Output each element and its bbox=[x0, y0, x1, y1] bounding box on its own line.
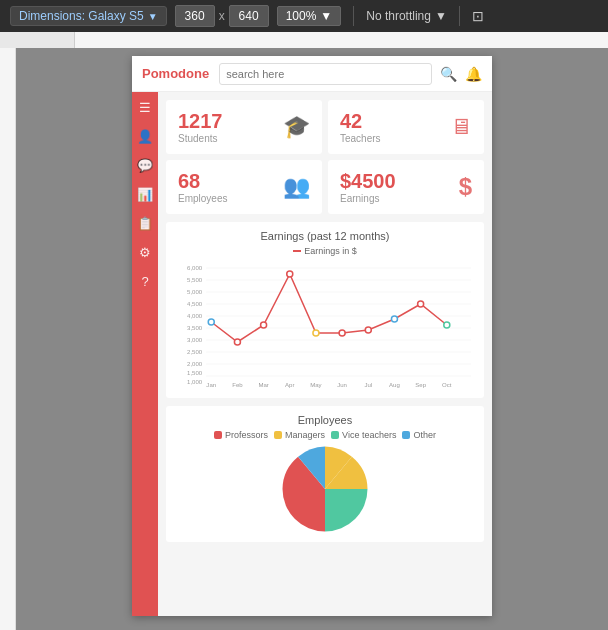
earnings-chart-svg: 6,000 5,500 5,000 4,500 4,000 3,500 3,00… bbox=[174, 260, 476, 390]
sidebar-icon-menu[interactable]: ☰ bbox=[139, 100, 151, 115]
legend-professors: Professors bbox=[214, 430, 268, 440]
dot-vice-teachers bbox=[331, 431, 339, 439]
svg-text:6,000: 6,000 bbox=[187, 265, 203, 271]
stat-info-earnings: $4500 Earnings bbox=[340, 170, 396, 204]
app-frame: Pomodone 🔍 🔔 ☰ 👤 💬 📊 📋 ⚙ ? bbox=[132, 56, 492, 616]
app-content: 1217 Students 🎓 42 Teachers 🖥 bbox=[158, 92, 492, 616]
pie-chart-svg bbox=[235, 444, 415, 534]
svg-text:4,500: 4,500 bbox=[187, 301, 203, 307]
earnings-chart-section: Earnings (past 12 months) Earnings in $ … bbox=[166, 222, 484, 398]
svg-text:Oct: Oct bbox=[442, 382, 452, 388]
horizontal-ruler bbox=[75, 32, 608, 48]
ruler-corner bbox=[0, 32, 75, 48]
legend-vice-teachers: Vice teachers bbox=[331, 430, 396, 440]
stat-info-students: 1217 Students bbox=[178, 110, 223, 144]
svg-text:Feb: Feb bbox=[232, 382, 243, 388]
employees-label: Employees bbox=[178, 193, 227, 204]
svg-text:5,000: 5,000 bbox=[187, 289, 203, 295]
app-logo: Pomodone bbox=[142, 66, 209, 81]
header-icons: 🔍 🔔 bbox=[440, 66, 482, 82]
svg-text:1,000: 1,000 bbox=[187, 379, 203, 385]
svg-text:Jul: Jul bbox=[364, 382, 372, 388]
separator-1 bbox=[353, 6, 354, 26]
width-input[interactable] bbox=[175, 5, 215, 27]
sidebar-icon-user[interactable]: 👤 bbox=[137, 129, 153, 144]
main-area: Pomodone 🔍 🔔 ☰ 👤 💬 📊 📋 ⚙ ? bbox=[0, 48, 608, 630]
svg-text:2,500: 2,500 bbox=[187, 349, 203, 355]
sidebar-icon-chart[interactable]: 📊 bbox=[137, 187, 153, 202]
students-value: 1217 bbox=[178, 110, 223, 133]
sidebar: ☰ 👤 💬 📊 📋 ⚙ ? bbox=[132, 92, 158, 616]
stat-card-employees: 68 Employees 👥 bbox=[166, 160, 322, 214]
svg-point-33 bbox=[261, 322, 267, 328]
svg-text:5,500: 5,500 bbox=[187, 277, 203, 283]
svg-point-36 bbox=[339, 330, 345, 336]
svg-point-34 bbox=[287, 271, 293, 277]
legend-other: Other bbox=[402, 430, 436, 440]
label-vice-teachers: Vice teachers bbox=[342, 430, 396, 440]
search-icon[interactable]: 🔍 bbox=[440, 66, 457, 82]
zoom-arrow-icon: ▼ bbox=[320, 9, 332, 23]
height-input[interactable] bbox=[229, 5, 269, 27]
dot-professors bbox=[214, 431, 222, 439]
throttle-selector[interactable]: No throttling ▼ bbox=[366, 9, 447, 23]
legend-managers: Managers bbox=[274, 430, 325, 440]
stat-info-employees: 68 Employees bbox=[178, 170, 227, 204]
svg-text:May: May bbox=[310, 382, 321, 388]
svg-text:Jun: Jun bbox=[337, 382, 347, 388]
earnings-chart-container: 6,000 5,500 5,000 4,500 4,000 3,500 3,00… bbox=[174, 260, 476, 390]
earnings-value: $4500 bbox=[340, 170, 396, 193]
employees-chart-title: Employees bbox=[174, 414, 476, 426]
teachers-label: Teachers bbox=[340, 133, 381, 144]
device-label: Dimensions: Galaxy S5 bbox=[19, 9, 144, 23]
notification-icon[interactable]: 🔔 bbox=[465, 66, 482, 82]
canvas-area: Pomodone 🔍 🔔 ☰ 👤 💬 📊 📋 ⚙ ? bbox=[16, 48, 608, 630]
employees-chart-section: Employees Professors Managers bbox=[166, 406, 484, 542]
students-icon: 🎓 bbox=[283, 114, 310, 140]
dot-managers bbox=[274, 431, 282, 439]
svg-text:3,500: 3,500 bbox=[187, 325, 203, 331]
svg-text:4,000: 4,000 bbox=[187, 313, 203, 319]
stat-card-earnings: $4500 Earnings $ bbox=[328, 160, 484, 214]
svg-point-39 bbox=[418, 301, 424, 307]
pie-chart-container bbox=[174, 444, 476, 534]
throttle-label: No throttling bbox=[366, 9, 431, 23]
legend-label-earnings: Earnings in $ bbox=[304, 246, 357, 256]
svg-point-35 bbox=[313, 330, 319, 336]
teachers-value: 42 bbox=[340, 110, 381, 133]
earnings-icon: $ bbox=[459, 173, 472, 201]
sidebar-icon-list[interactable]: 📋 bbox=[137, 216, 153, 231]
legend-dot-earnings bbox=[293, 250, 301, 252]
earnings-chart-legend: Earnings in $ bbox=[174, 246, 476, 256]
app-body: ☰ 👤 💬 📊 📋 ⚙ ? 1217 bbox=[132, 92, 492, 616]
legend-item-earnings: Earnings in $ bbox=[293, 246, 357, 256]
svg-text:Sep: Sep bbox=[415, 382, 426, 388]
svg-text:Mar: Mar bbox=[258, 382, 268, 388]
svg-point-32 bbox=[234, 339, 240, 345]
device-arrow-icon: ▼ bbox=[148, 11, 158, 22]
stats-grid: 1217 Students 🎓 42 Teachers 🖥 bbox=[166, 100, 484, 214]
dot-other bbox=[402, 431, 410, 439]
sidebar-icon-help[interactable]: ? bbox=[141, 274, 148, 289]
svg-text:3,000: 3,000 bbox=[187, 337, 203, 343]
device-selector[interactable]: Dimensions: Galaxy S5 ▼ bbox=[10, 6, 167, 26]
search-input[interactable] bbox=[219, 63, 432, 85]
zoom-selector[interactable]: 100% ▼ bbox=[277, 6, 342, 26]
employees-value: 68 bbox=[178, 170, 227, 193]
svg-point-31 bbox=[208, 319, 214, 325]
sidebar-icon-chat[interactable]: 💬 bbox=[137, 158, 153, 173]
label-other: Other bbox=[413, 430, 436, 440]
svg-point-40 bbox=[444, 322, 450, 328]
earnings-label: Earnings bbox=[340, 193, 396, 204]
sidebar-icon-settings[interactable]: ⚙ bbox=[139, 245, 151, 260]
zoom-label: 100% bbox=[286, 9, 317, 23]
employees-icon: 👥 bbox=[283, 174, 310, 200]
devtools-toolbar: Dimensions: Galaxy S5 ▼ x 100% ▼ No thro… bbox=[0, 0, 608, 32]
label-managers: Managers bbox=[285, 430, 325, 440]
rotate-icon[interactable]: ⊡ bbox=[472, 8, 484, 24]
employees-pie-legend: Professors Managers Vice teachers bbox=[174, 430, 476, 440]
svg-text:Jan: Jan bbox=[206, 382, 216, 388]
ruler-bar bbox=[0, 32, 608, 48]
stat-card-students: 1217 Students 🎓 bbox=[166, 100, 322, 154]
svg-text:Aug: Aug bbox=[389, 382, 400, 388]
